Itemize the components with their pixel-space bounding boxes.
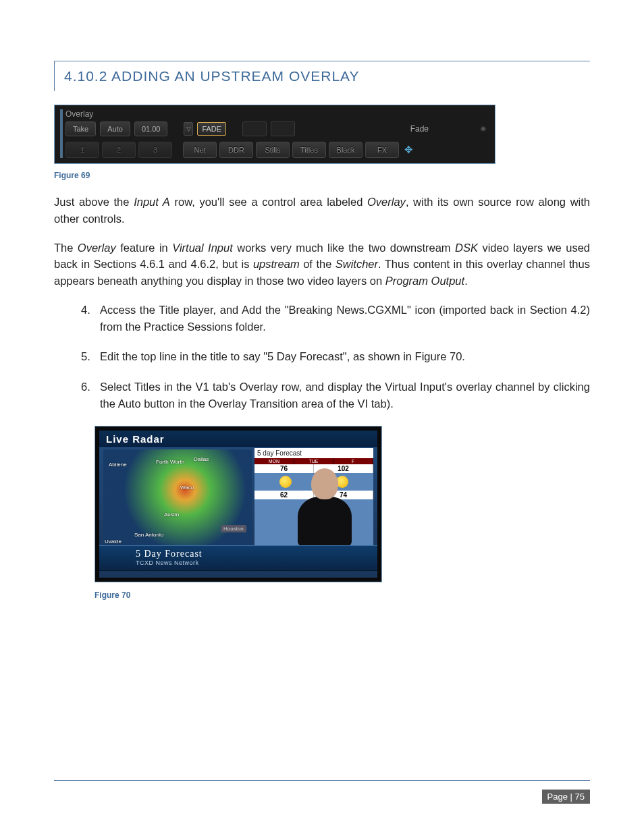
lower-third: 5 Day Forecast TCXD News Network [99, 545, 377, 571]
overlay-panel-title: Overlay [65, 109, 489, 119]
auto-button[interactable]: Auto [100, 121, 130, 136]
figure-70-weather-preview: Live Radar Abilene Forth Worth Dallas Wa… [95, 426, 382, 582]
city-dallas: Dallas [194, 456, 209, 462]
city-fortworth: Forth Worth [156, 459, 184, 465]
figure-70-wrapper: Live Radar Abilene Forth Worth Dallas Wa… [95, 426, 590, 582]
city-austin: Austin [164, 512, 179, 518]
source-stills-button[interactable]: Stills [256, 142, 290, 158]
city-uvalde: Uvalde [105, 539, 122, 545]
city-sanantonio: San Antonio [134, 532, 163, 538]
time-field[interactable]: 01.00 [134, 121, 168, 136]
step-4: 4. Access the Title player, and Add the … [81, 302, 590, 335]
page-number-badge: Page | 75 [542, 790, 590, 804]
sun-icon [279, 476, 292, 488]
transition-preview-thumb [242, 121, 267, 136]
figure-69-caption: Figure 69 [54, 171, 590, 180]
source-2-button[interactable]: 2 [102, 142, 136, 158]
step-6: 6. Select Titles in the V1 tab's Overlay… [81, 379, 590, 412]
take-button[interactable]: Take [65, 121, 96, 136]
footer-divider [54, 780, 590, 781]
city-waco: Waco [180, 485, 194, 491]
lower-third-title: 5 Day Forecast [136, 549, 367, 559]
source-3-button[interactable]: 3 [138, 142, 172, 158]
source-1-button[interactable]: 1 [65, 142, 99, 158]
step-5: 5. Edit the top line in the title to say… [81, 348, 590, 365]
forecast-day: F [333, 458, 373, 464]
move-icon[interactable]: ✥ [402, 142, 415, 158]
city-abilene: Abilene [109, 462, 127, 468]
source-ddr-button[interactable]: DDR [219, 142, 253, 158]
source-black-button[interactable]: Black [329, 142, 363, 158]
forecast-title: 5 day Forecast [254, 448, 373, 458]
source-fx-button[interactable]: FX [365, 142, 399, 158]
source-titles-button[interactable]: Titles [292, 142, 326, 158]
fade-label: Fade [410, 124, 429, 134]
forecast-day: MON [254, 458, 294, 464]
transition-preview-thumb [271, 121, 295, 136]
city-houston: Houston [221, 525, 246, 532]
forecast-day: TUE [294, 458, 334, 464]
source-net-button[interactable]: Net [183, 142, 217, 158]
section-heading-container: 4.10.2 ADDING AN UPSTREAM OVERLAY [54, 61, 590, 91]
fade-transition-button[interactable]: FADE [197, 122, 226, 136]
lower-third-sub: TCXD News Network [136, 559, 367, 566]
figure-70-caption: Figure 70 [95, 590, 590, 600]
section-heading: 4.10.2 ADDING AN UPSTREAM OVERLAY [64, 68, 581, 84]
instruction-list: 4. Access the Title player, and Add the … [54, 302, 590, 412]
paragraph-2: The Overlay feature in Virtual Input wor… [54, 240, 590, 289]
paragraph-1: Just above the Input A row, you'll see a… [54, 194, 590, 227]
figure-69-overlay-ui: Overlay Take Auto 01.00 ▽ FADE Fade ✷ [54, 105, 495, 164]
transition-dropdown-icon[interactable]: ▽ [184, 122, 193, 136]
presenter-figure [291, 468, 358, 549]
live-radar-header: Live Radar [99, 431, 377, 448]
gear-icon[interactable]: ✷ [477, 123, 489, 135]
